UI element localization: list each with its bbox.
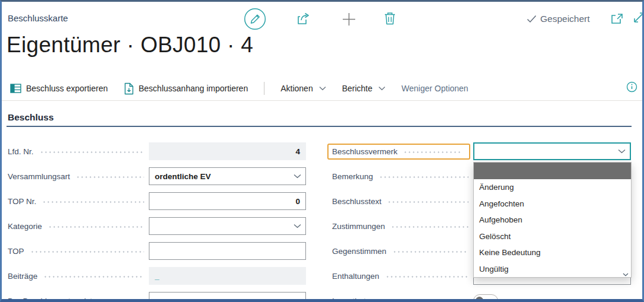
kategorie-combobox[interactable] (149, 217, 306, 235)
open-in-new-window-button[interactable] (610, 12, 624, 25)
dropdown-option[interactable]: Ungültig (474, 261, 631, 278)
gegenstimmen-label: Gegenstimmen (332, 247, 387, 256)
beschlussvermerk-label-highlight: Beschlussvermerk (327, 144, 470, 160)
dropdown-option[interactable]: Gelöscht (474, 228, 631, 245)
save-status: Gespeichert (527, 14, 590, 24)
share-button[interactable] (296, 12, 311, 26)
field-row-kategorie: Kategorie (8, 217, 306, 235)
top-nr-label: TOP Nr. (8, 197, 36, 206)
enthaltungen-label: Enthaltungen (332, 272, 380, 281)
dotted-leader (48, 226, 144, 228)
new-record-button[interactable] (342, 12, 356, 26)
beitraege-label: Beiträge (8, 272, 37, 281)
dotted-leader (403, 151, 461, 153)
page-title: Eigentümer · OBJ010 · 4 (7, 33, 253, 58)
beschlusstext-label: Beschlusstext (332, 197, 381, 206)
dotted-leader (76, 176, 144, 178)
excel-export-icon (10, 83, 21, 94)
info-button[interactable] (626, 81, 637, 93)
export-beschluss-label: Beschluss exportieren (26, 84, 108, 93)
top-field[interactable] (149, 242, 306, 260)
resize-diagonal-icon (632, 11, 644, 25)
field-row-beitraege: Beiträge _ (8, 267, 306, 285)
section-underline (7, 126, 632, 127)
import-anhang-label: Beschlussanhang importieren (139, 84, 248, 93)
toggle-knob (476, 297, 483, 302)
chevron-down-icon (378, 86, 385, 91)
kategorie-label: Kategorie (8, 222, 42, 231)
top-nr-field[interactable]: 0 (149, 192, 306, 210)
scroll-down-chevron-icon[interactable] (623, 273, 629, 276)
dropdown-option[interactable]: Keine Bedeutung (474, 244, 631, 261)
beschlussantrag-label: Der Beschlussantrag ist (8, 297, 93, 302)
resize-window-button[interactable] (632, 11, 644, 25)
zustimmungen-label: Zustimmungen (332, 222, 385, 231)
versammlungsart-value: ordentliche EV (155, 172, 211, 181)
berichte-label: Berichte (342, 84, 372, 93)
section-title: Beschluss (8, 112, 54, 123)
lfd-nr-value: 4 (295, 147, 300, 156)
field-row-lfd-nr: Lfd. Nr. 4 (8, 142, 306, 160)
bemerkung-label: Bemerkung (332, 172, 373, 181)
beschlussvermerk-label: Beschlussvermerk (332, 147, 397, 156)
dotted-leader (40, 151, 144, 153)
importiert-label: Importiert (332, 297, 366, 302)
field-row-versammlungsart: Versammlungsart ordentliche EV (8, 167, 306, 185)
plus-icon (342, 12, 356, 26)
berichte-menu[interactable]: Berichte (342, 84, 385, 93)
field-row-top: TOP (8, 242, 306, 260)
beschlusskarte-window: Beschlusskarte (0, 0, 644, 302)
actionbar-separator (2, 100, 642, 101)
edit-pencil-button[interactable] (244, 8, 266, 30)
share-icon (296, 12, 311, 26)
dotted-leader (30, 251, 144, 253)
lfd-nr-field: 4 (149, 142, 306, 160)
weniger-optionen-link[interactable]: Weniger Optionen (401, 84, 468, 93)
popout-icon (610, 12, 624, 25)
top-label: TOP (8, 247, 24, 256)
versammlungsart-combobox[interactable]: ordentliche EV (149, 167, 306, 185)
importiert-toggle[interactable] (473, 294, 498, 302)
field-row-importiert: Importiert (332, 292, 631, 302)
beitraege-drilldown-link[interactable]: _ (155, 272, 160, 281)
field-row-beschlussantrag: Der Beschlussantrag ist (8, 292, 306, 302)
importiert-toggle-slot (473, 294, 631, 302)
export-beschluss-button[interactable]: Beschluss exportieren (10, 83, 108, 94)
beitraege-field[interactable]: _ (149, 267, 306, 285)
weniger-optionen-label: Weniger Optionen (401, 84, 468, 93)
import-anhang-button[interactable]: Beschlussanhang importieren (124, 82, 248, 95)
field-row-top-nr: TOP Nr. 0 (8, 192, 306, 210)
dropdown-option-empty-selected[interactable] (474, 163, 631, 179)
dropdown-option[interactable]: Änderung (474, 179, 631, 196)
beschlussvermerk-dropdown-panel: Änderung Angefochten Aufgehoben Gelöscht… (473, 162, 632, 278)
dotted-leader (379, 176, 468, 178)
aktionen-label: Aktionen (280, 84, 313, 93)
pencil-icon (244, 8, 266, 30)
field-row-beschlussvermerk: Beschlussvermerk (332, 142, 631, 160)
beschlussantrag-combobox[interactable] (149, 292, 306, 302)
chevron-down-icon (294, 298, 301, 302)
chevron-down-icon (294, 224, 301, 228)
dropdown-option[interactable]: Aufgehoben (474, 212, 631, 228)
delete-button[interactable] (384, 11, 396, 26)
info-icon (626, 81, 637, 93)
action-bar: Beschluss exportieren Beschlussanhang im… (2, 77, 642, 100)
dotted-leader (393, 251, 468, 253)
page-caption: Beschlusskarte (8, 13, 68, 23)
save-status-label: Gespeichert (540, 14, 590, 24)
aktionen-menu[interactable]: Aktionen (280, 84, 326, 93)
dotted-leader (42, 201, 144, 203)
beschlussvermerk-combobox[interactable] (473, 142, 631, 160)
trash-icon (384, 11, 396, 26)
dropdown-option[interactable]: Angefochten (474, 196, 631, 212)
dotted-leader (387, 201, 468, 203)
actionbar-divider (264, 82, 264, 95)
chevron-down-icon (294, 174, 301, 179)
top-nr-value: 0 (295, 197, 300, 206)
dotted-leader (43, 276, 144, 278)
lfd-nr-label: Lfd. Nr. (8, 147, 34, 156)
chevron-down-icon (618, 149, 626, 154)
document-import-icon (124, 82, 134, 95)
dotted-leader (385, 276, 468, 278)
checkmark-icon (527, 15, 537, 23)
